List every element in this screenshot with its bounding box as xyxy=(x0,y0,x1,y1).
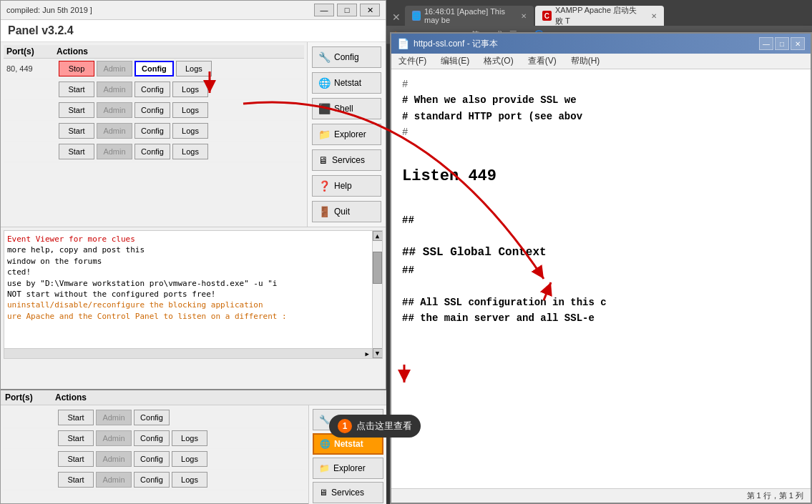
tab-label-1: 16:48:01 [Apache] This may be xyxy=(424,7,514,24)
browser-tab-active[interactable]: C XAMPP Apache 启动失败 T ✕ xyxy=(535,6,664,26)
menu-view[interactable]: 查看(V) xyxy=(525,54,559,68)
start-button[interactable]: Start xyxy=(58,430,94,446)
scroll-down-arrow[interactable]: ▼ xyxy=(373,348,383,358)
config-sidebar-button[interactable]: 🔧 Config xyxy=(312,46,381,68)
xampp-sidebar: 🔧 Config 🌐 Netstat ⬛ Shell 📁 Explorer 🖥 … xyxy=(307,42,386,227)
close-button[interactable]: ✕ xyxy=(360,4,380,16)
xampp-header: Panel v3.2.4 xyxy=(1,20,386,42)
panel-close-btn[interactable]: ✕ xyxy=(389,9,403,26)
notepad-maximize[interactable]: □ xyxy=(775,37,789,50)
config-button[interactable]: Config xyxy=(134,410,170,425)
menu-help[interactable]: 帮助(H) xyxy=(568,54,603,68)
config-icon: 🔧 xyxy=(319,415,330,425)
scroll-up-arrow[interactable]: ▲ xyxy=(373,231,383,241)
log-line: use by "D:\Vmware workstation pro\vmware… xyxy=(7,278,379,289)
menu-file[interactable]: 文件(F) xyxy=(396,54,429,68)
cursor-position: 第 1 行，第 1 列 xyxy=(747,490,803,501)
netstat-sidebar-button[interactable]: 🌐 Netstat xyxy=(312,72,381,94)
netstat-label: Netstat xyxy=(334,439,363,449)
minimize-button[interactable]: — xyxy=(314,4,334,16)
notepad-content: # # When we also provide SSL we # standa… xyxy=(391,69,811,481)
logs-button[interactable]: Logs xyxy=(172,123,208,139)
log-line: more help, copy and post this xyxy=(7,244,379,255)
maximize-button[interactable]: □ xyxy=(337,4,357,16)
annotation-text: 点击这里查看 xyxy=(356,420,412,433)
notepad-icon: 📄 xyxy=(397,38,409,49)
netstat-icon: 🌐 xyxy=(318,77,331,89)
stop-button[interactable]: Stop xyxy=(59,61,94,76)
log-scrollbar[interactable]: ▲ ▼ xyxy=(372,231,382,358)
quit-sidebar-button[interactable]: 🚪 Quit xyxy=(312,201,381,222)
start-button[interactable]: Start xyxy=(59,123,94,139)
config-button[interactable]: Config xyxy=(134,102,170,118)
tab-close-1[interactable]: ✕ xyxy=(521,12,527,20)
tab-favicon-2: C xyxy=(542,11,552,21)
admin-button[interactable]: Admin xyxy=(96,472,132,488)
content-line: ## SSL Global Context xyxy=(402,244,800,262)
config-button[interactable]: Config xyxy=(134,430,170,446)
help-sidebar-button[interactable]: ❓ Help xyxy=(312,175,381,197)
notepad-controls: — □ ✕ xyxy=(759,37,805,50)
listen-line: Listen 449 xyxy=(402,164,800,189)
col-port-header: Port(s) xyxy=(6,46,57,56)
bottom-table-header: Port(s) Actions xyxy=(1,390,387,405)
scroll-right-arrow[interactable]: ▶ xyxy=(366,350,369,357)
admin-button[interactable]: Admin xyxy=(96,451,132,467)
notepad-window: 📄 httpd-ssl.conf - 记事本 — □ ✕ 文件(F) 编辑(E)… xyxy=(390,32,812,504)
config-button[interactable]: Config xyxy=(134,123,170,139)
notepad-minimize[interactable]: — xyxy=(759,37,773,50)
table-row: Start Admin Config Logs xyxy=(4,121,304,142)
quit-icon: 🚪 xyxy=(318,206,331,217)
table-row: Start Admin Config Logs xyxy=(3,428,306,449)
config-button[interactable]: Config xyxy=(134,144,170,159)
browser-tab[interactable]: 🌐 16:48:01 [Apache] This may be ✕ xyxy=(405,6,534,26)
logs-button[interactable]: Logs xyxy=(172,81,208,97)
shell-sidebar-button[interactable]: ⬛ Shell xyxy=(312,98,381,119)
admin-button[interactable]: Admin xyxy=(96,410,132,425)
menu-format[interactable]: 格式(O) xyxy=(481,54,516,68)
start-button[interactable]: Start xyxy=(59,81,94,97)
bottom-services-button[interactable]: 🖥 Services xyxy=(313,482,383,503)
panel-title: Panel v3.2.4 xyxy=(8,24,74,36)
admin-button[interactable]: Admin xyxy=(96,430,132,446)
logs-button[interactable]: Logs xyxy=(176,61,212,76)
logs-button[interactable]: Logs xyxy=(172,144,208,159)
admin-button[interactable]: Admin xyxy=(97,144,132,159)
config-button-active[interactable]: Config xyxy=(134,61,174,76)
admin-button[interactable]: Admin xyxy=(97,61,132,76)
services-label: Services xyxy=(331,488,364,498)
bottom-explorer-button[interactable]: 📁 Explorer xyxy=(313,458,383,479)
log-line: NOT start without the configured ports f… xyxy=(7,289,379,300)
config-button[interactable]: Config xyxy=(134,451,170,467)
config-button[interactable]: Config xyxy=(134,81,170,97)
annotation-number: 1 xyxy=(338,419,352,433)
start-button[interactable]: Start xyxy=(59,144,94,159)
scroll-track xyxy=(373,241,382,348)
services-sidebar-button[interactable]: 🖥 Services xyxy=(312,149,381,171)
logs-button[interactable]: Logs xyxy=(172,451,207,467)
explorer-sidebar-button[interactable]: 📁 Explorer xyxy=(312,124,381,145)
tab-close-2[interactable]: ✕ xyxy=(651,12,657,20)
start-button[interactable]: Start xyxy=(59,102,94,118)
explorer-label: Explorer xyxy=(334,129,366,139)
start-button[interactable]: Start xyxy=(58,410,94,425)
logs-button[interactable]: Logs xyxy=(172,472,207,488)
start-button[interactable]: Start xyxy=(58,472,94,488)
logs-button[interactable]: Logs xyxy=(172,102,208,118)
admin-button[interactable]: Admin xyxy=(97,102,132,118)
notepad-titlebar: 📄 httpd-ssl.conf - 记事本 — □ ✕ xyxy=(391,34,811,54)
notepad-close[interactable]: ✕ xyxy=(791,37,805,50)
explorer-icon: 📁 xyxy=(319,463,330,473)
logs-button[interactable]: Logs xyxy=(172,430,207,446)
admin-button[interactable]: Admin xyxy=(97,123,132,139)
content-line: ## xyxy=(402,262,800,278)
col-actions-header: Actions xyxy=(57,46,301,56)
browser-tabs: ✕ 🌐 16:48:01 [Apache] This may be ✕ C XA… xyxy=(386,0,812,26)
shell-icon: ⬛ xyxy=(318,103,331,114)
config-button[interactable]: Config xyxy=(134,472,170,488)
menu-edit[interactable]: 编辑(E) xyxy=(438,54,472,68)
content-line: # xyxy=(402,124,800,140)
table-row: Start Admin Config Logs xyxy=(4,79,304,100)
start-button[interactable]: Start xyxy=(58,451,94,467)
admin-button[interactable]: Admin xyxy=(97,81,132,97)
